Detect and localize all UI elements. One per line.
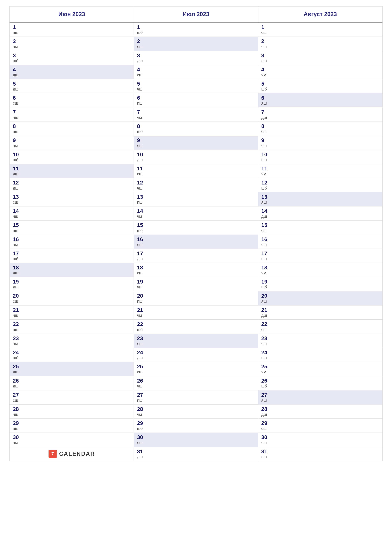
day-number: 15 [13,222,131,228]
day-cell-2-9: 9чш [258,136,382,150]
day-abbr: дш [13,87,131,92]
day-number: 19 [13,279,131,285]
day-cell-0-22: 22пш [10,320,134,334]
day-cell-2-18: 18чм [258,263,382,277]
day-abbr: пш [137,398,255,403]
day-number: 12 [13,180,131,186]
day-cell-2-8: 8сш [258,122,382,136]
day-abbr: чм [13,143,131,148]
day-cell-1-1: 1шб [134,23,258,37]
day-cell-0-20: 20сш [10,291,134,305]
day-abbr: чм [261,73,379,78]
day-abbr: чм [13,341,131,346]
day-cell-0-10: 10шб [10,150,134,164]
day-abbr: сш [13,200,131,205]
day-cell-1-4: 4сш [134,65,258,79]
day-abbr: сш [13,101,131,106]
day-cell-1-27: 27пш [134,390,258,404]
day-cell-0-29: 29пш [10,419,134,433]
day-number: 5 [13,81,131,87]
day-abbr: яш [137,143,255,148]
day-number: 19 [137,279,255,285]
day-abbr: яш [137,440,255,445]
day-abbr: пш [137,299,255,304]
day-cell-0-31: 7CALENDAR [10,447,134,461]
day-number: 6 [13,95,131,101]
day-abbr: яш [261,200,379,205]
day-cell-1-8: 8шб [134,122,258,136]
calendar-logo-icon: 7 [49,450,57,458]
day-cell-2-12: 12шб [258,178,382,192]
day-cell-0-24: 24шб [10,348,134,362]
day-number: 6 [137,95,255,101]
day-cell-0-16: 16чм [10,235,134,249]
day-abbr: чм [261,370,379,374]
day-number: 23 [261,336,379,341]
day-cell-2-27: 27яш [258,390,382,404]
day-number: 4 [261,67,379,73]
day-number: 12 [137,180,255,186]
day-abbr: яш [13,171,131,176]
day-abbr: чш [13,412,131,417]
day-abbr: сш [137,73,255,78]
day-cell-1-31: 31дш [134,447,258,461]
day-cell-2-10: 10пш [258,150,382,164]
day-number: 31 [137,449,255,454]
day-abbr: чш [137,384,255,388]
day-abbr: чш [261,44,379,49]
day-cell-1-10: 10дш [134,150,258,164]
day-cell-2-22: 22сш [258,320,382,334]
day-abbr: сш [13,299,131,304]
day-number: 14 [137,208,255,214]
day-abbr: чм [137,214,255,219]
day-number: 29 [261,420,379,426]
day-abbr: чш [137,285,255,290]
day-cell-0-3: 3шб [10,51,134,65]
day-cell-2-16: 16чш [258,235,382,249]
day-cell-0-21: 21чш [10,306,134,320]
day-number: 27 [13,392,131,398]
day-number: 20 [13,293,131,299]
day-abbr: дш [13,384,131,388]
day-number: 8 [261,123,379,129]
day-cell-1-23: 23яш [134,334,258,348]
day-abbr: дш [137,355,255,360]
day-cell-2-7: 7дш [258,107,382,122]
day-abbr: сш [137,370,255,374]
day-abbr: шб [13,58,131,63]
day-number: 15 [261,222,379,228]
day-abbr: шб [13,355,131,360]
day-abbr: сш [261,327,379,332]
day-cell-2-11: 11чм [258,164,382,178]
day-number: 15 [137,222,255,228]
day-abbr: шб [261,186,379,191]
day-cell-0-4: 4яш [10,65,134,79]
day-number: 19 [261,279,379,285]
day-abbr: дш [261,115,379,120]
day-cell-0-23: 23чм [10,334,134,348]
day-number: 27 [261,392,379,398]
day-abbr: сш [137,171,255,176]
day-abbr: чш [261,242,379,247]
day-cell-0-6: 6сш [10,93,134,107]
day-number: 5 [137,81,255,87]
month-header-august: Август 2023 [258,7,382,22]
day-cell-1-13: 13пш [134,192,258,206]
day-cell-1-3: 3дш [134,51,258,65]
day-number: 22 [261,321,379,327]
day-cell-2-3: 3пш [258,51,382,65]
day-number: 28 [261,406,379,412]
day-number: 11 [261,166,379,171]
day-number: 29 [137,420,255,426]
day-number: 23 [13,336,131,341]
day-abbr: чм [137,313,255,318]
day-cell-2-21: 21дш [258,306,382,320]
day-number: 29 [13,420,131,426]
day-abbr: чш [137,87,255,92]
day-cell-2-2: 2чш [258,37,382,51]
day-abbr: яш [137,341,255,346]
day-number: 1 [261,24,379,30]
day-number: 3 [261,52,379,58]
day-cell-1-16: 16яш [134,235,258,249]
day-cell-0-13: 13сш [10,192,134,206]
